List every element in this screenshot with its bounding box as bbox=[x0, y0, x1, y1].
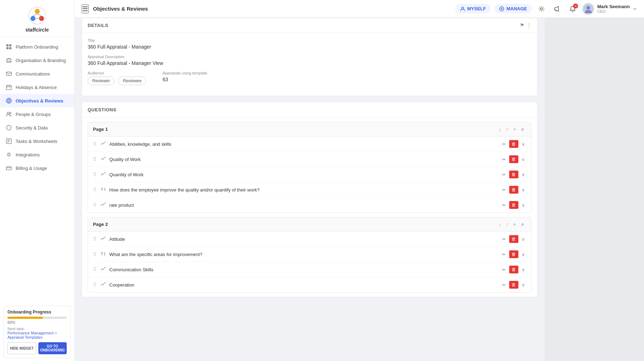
edit-question-button[interactable]: ✏ bbox=[501, 140, 507, 148]
drag-handle[interactable]: ⠿ bbox=[93, 267, 97, 272]
sidebar-item-label: Communications bbox=[16, 71, 50, 77]
onboarding-title: Onboarding Progress bbox=[7, 310, 67, 315]
svg-point-29 bbox=[105, 172, 106, 173]
question-text: Quantity of Work bbox=[109, 172, 498, 177]
question-text: What are the specific areas for improvem… bbox=[109, 252, 498, 257]
expand-question-button[interactable]: ∨ bbox=[521, 140, 526, 148]
delete-question-button[interactable]: 🗑 bbox=[509, 140, 518, 148]
edit-question-button[interactable]: ✏ bbox=[501, 156, 507, 163]
page-1-add-button[interactable]: + bbox=[511, 126, 518, 133]
page-2-down-button[interactable]: ↓ bbox=[497, 221, 503, 228]
trend-icon bbox=[101, 172, 106, 178]
trend-icon bbox=[101, 236, 106, 242]
sidebar-item-people-groups[interactable]: People & Groups bbox=[0, 107, 74, 121]
edit-question-button[interactable]: ✏ bbox=[501, 201, 507, 209]
sidebar-item-tasks-worksheets[interactable]: Tasks & Worksheets bbox=[0, 134, 74, 148]
svg-point-34 bbox=[105, 202, 106, 203]
svg-text:T: T bbox=[101, 187, 103, 191]
appraisals-count: 63 bbox=[163, 77, 207, 82]
drag-handle[interactable]: ⠿ bbox=[93, 141, 97, 147]
myself-button[interactable]: MYSELF bbox=[455, 4, 491, 13]
svg-line-4 bbox=[33, 14, 37, 16]
delete-question-button[interactable]: 🗑 bbox=[509, 235, 518, 243]
page-1-controls: ↓ ↑ + ∧ bbox=[497, 126, 526, 133]
sidebar-item-label: Tasks & Worksheets bbox=[16, 139, 57, 144]
sidebar: staffcircle Platform Onboarding Organisa… bbox=[0, 0, 75, 361]
expand-question-button[interactable]: ∨ bbox=[521, 156, 526, 163]
page-1-up-button[interactable]: ↑ bbox=[504, 126, 510, 133]
expand-question-button[interactable]: ∨ bbox=[521, 186, 526, 194]
edit-question-button[interactable]: ✏ bbox=[501, 281, 507, 289]
edit-question-button[interactable]: ✏ bbox=[501, 266, 507, 273]
edit-question-button[interactable]: ✏ bbox=[501, 186, 507, 194]
delete-question-button[interactable]: 🗑 bbox=[509, 281, 518, 289]
question-text: Cooperation bbox=[109, 282, 498, 288]
sidebar-item-platform-onboarding[interactable]: Platform Onboarding bbox=[0, 40, 74, 54]
edit-question-button[interactable]: ✏ bbox=[501, 171, 507, 178]
svg-point-22 bbox=[462, 7, 464, 9]
go-to-onboarding-button[interactable]: GO TO ONBOARDING bbox=[38, 342, 67, 354]
question-actions: ✏ 🗑 ∨ bbox=[501, 266, 526, 273]
page-2-title: Page 2 bbox=[93, 222, 108, 227]
notifications-button[interactable]: 4 bbox=[567, 3, 579, 15]
question-text: Quality of Work bbox=[109, 157, 498, 162]
page-2-collapse-button[interactable]: ∧ bbox=[519, 221, 526, 228]
delete-question-button[interactable]: 🗑 bbox=[509, 186, 518, 194]
sidebar-item-holidays-absence[interactable]: Holidays & Absence bbox=[0, 80, 74, 94]
expand-question-button[interactable]: ∨ bbox=[521, 235, 526, 243]
drag-handle[interactable]: ⠿ bbox=[93, 156, 97, 162]
shield-icon bbox=[6, 124, 12, 131]
manage-button[interactable]: MANAGE bbox=[494, 4, 532, 13]
sidebar-item-billing-usage[interactable]: Billing & Usage bbox=[0, 161, 74, 175]
grid-icon bbox=[6, 44, 12, 50]
svg-point-16 bbox=[9, 100, 10, 101]
settings-icon-button[interactable] bbox=[535, 3, 547, 15]
drag-handle[interactable]: ⠿ bbox=[93, 187, 97, 193]
onboarding-progress-bar bbox=[7, 317, 67, 319]
flag-button[interactable]: ⚑ bbox=[520, 22, 524, 28]
page-1-collapse-button[interactable]: ∧ bbox=[519, 126, 526, 133]
delete-question-button[interactable]: 🗑 bbox=[509, 250, 518, 258]
delete-question-button[interactable]: 🗑 bbox=[509, 171, 518, 178]
page-2-add-button[interactable]: + bbox=[511, 221, 518, 228]
user-avatar-area[interactable]: Mark Seemann CEO bbox=[582, 3, 637, 15]
question-row: ⠿ Cooperation ✏ 🗑 ∨ bbox=[88, 277, 531, 292]
page-1-down-button[interactable]: ↓ bbox=[497, 126, 503, 133]
page-1-title: Page 1 bbox=[93, 127, 108, 132]
sidebar-item-objectives-reviews[interactable]: Objectives & Reviews bbox=[0, 94, 74, 107]
expand-question-button[interactable]: ∨ bbox=[521, 281, 526, 289]
delete-question-button[interactable]: 🗑 bbox=[509, 201, 518, 209]
drag-handle[interactable]: ⠿ bbox=[93, 236, 97, 242]
drag-handle[interactable]: ⠿ bbox=[93, 202, 97, 208]
hide-widget-button[interactable]: HIDE WIDGET bbox=[7, 342, 36, 354]
question-actions: ✏ 🗑 ∨ bbox=[501, 201, 526, 209]
expand-question-button[interactable]: ∨ bbox=[521, 201, 526, 209]
drag-handle[interactable]: ⠿ bbox=[93, 282, 97, 288]
hamburger-menu-button[interactable]: ☰ bbox=[82, 4, 89, 13]
next-task-link[interactable]: Performance Management > Appraisal Templ… bbox=[7, 331, 67, 339]
sidebar-item-security-data[interactable]: Security & Data bbox=[0, 121, 74, 134]
delete-question-button[interactable]: 🗑 bbox=[509, 266, 518, 273]
more-options-button[interactable]: ⋮ bbox=[527, 22, 532, 28]
expand-question-button[interactable]: ∨ bbox=[521, 251, 526, 258]
sidebar-item-organisation-branding[interactable]: Organisation & Branding bbox=[0, 54, 74, 67]
drag-handle[interactable]: ⠿ bbox=[93, 172, 97, 177]
audience-label: Audience bbox=[88, 71, 148, 75]
megaphone-icon-button[interactable] bbox=[551, 3, 563, 15]
sidebar-item-integrations[interactable]: Integrations bbox=[0, 148, 74, 161]
plug-icon bbox=[6, 151, 12, 158]
next-task-label: Next task: bbox=[7, 327, 67, 331]
title-value: 360 Full Appraisal - Manager bbox=[88, 44, 532, 50]
edit-question-button[interactable]: ✏ bbox=[501, 251, 507, 258]
page-2-up-button[interactable]: ↑ bbox=[504, 221, 510, 228]
edit-question-button[interactable]: ✏ bbox=[501, 235, 507, 243]
expand-question-button[interactable]: ∨ bbox=[521, 171, 526, 178]
drag-handle[interactable]: ⠿ bbox=[93, 251, 97, 257]
delete-question-button[interactable]: 🗑 bbox=[509, 155, 518, 163]
user-avatar bbox=[582, 3, 594, 15]
description-value: 360 Full Appraisal - Manager View bbox=[88, 60, 532, 66]
page-2-controls: ↓ ↑ + ∧ bbox=[497, 221, 526, 228]
expand-question-button[interactable]: ∨ bbox=[521, 266, 526, 273]
notification-badge: 4 bbox=[573, 4, 578, 9]
sidebar-item-communications[interactable]: Communications bbox=[0, 67, 74, 80]
